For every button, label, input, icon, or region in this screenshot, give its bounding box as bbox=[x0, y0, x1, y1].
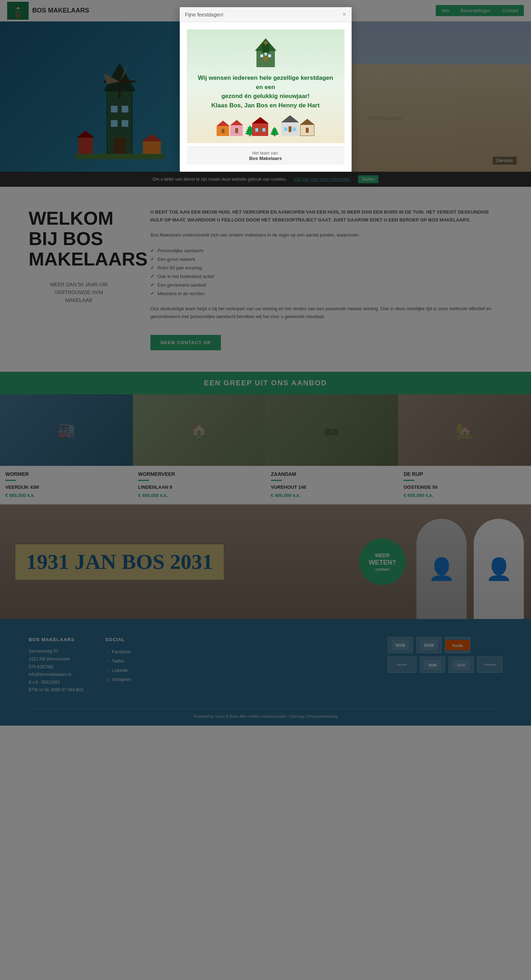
svg-rect-5 bbox=[260, 54, 263, 57]
modal-footer-from: Het team van: bbox=[190, 151, 341, 156]
svg-rect-3 bbox=[264, 56, 268, 62]
greeting-line3: gezond én gelukkig nieuwjaar! bbox=[194, 92, 337, 101]
modal-body: Wij wensen iedereen hele gezellige kerst… bbox=[180, 22, 352, 172]
modal-close-button[interactable]: × bbox=[342, 11, 346, 18]
modal-title: Fijne feestdagen! bbox=[185, 12, 223, 18]
modal: Fijne feestdagen! × Wij wensen i bbox=[180, 7, 352, 172]
modal-footer-company: Bos Makelaars bbox=[190, 156, 341, 161]
modal-header: Fijne feestdagen! × bbox=[180, 7, 352, 22]
svg-rect-4 bbox=[265, 52, 267, 56]
greeting-line1: Wij wensen iedereen hele gezellige kerst… bbox=[194, 73, 337, 83]
greeting-line4: Klaas Bos, Jan Bos en Henny de Hart bbox=[194, 101, 337, 110]
modal-overlay[interactable]: Fijne feestdagen! × Wij wensen i bbox=[0, 0, 531, 725]
church-icon bbox=[251, 37, 280, 69]
greeting-line2: en een bbox=[194, 83, 337, 92]
svg-rect-6 bbox=[268, 54, 271, 57]
svg-rect-8 bbox=[263, 42, 268, 44]
